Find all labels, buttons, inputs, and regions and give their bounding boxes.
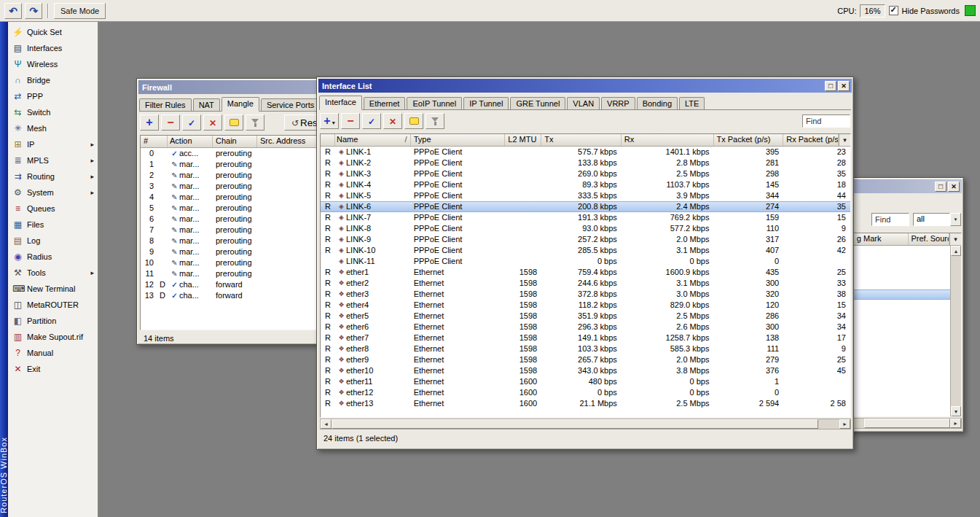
interface-row[interactable]: R LINK-3 PPPoE Client 269.0 kbps 2.5 Mbp… (321, 168, 850, 179)
sidebar-item[interactable]: ? Manual (8, 345, 98, 361)
col-l2mtu[interactable]: L2 MTU (505, 134, 541, 146)
sidebar-item[interactable]: ▦ Files (8, 217, 98, 233)
col-chain[interactable]: Chain (213, 136, 257, 147)
interface-row[interactable]: R ether7 Ethernet 1598 149.1 kbps 1258.7… (321, 333, 850, 343)
sidebar-item[interactable]: ≡ Queues (8, 201, 98, 217)
route-find-input[interactable] (871, 213, 909, 226)
scroll-thumb[interactable] (332, 419, 818, 429)
interface-row[interactable]: R LINK-5 PPPoE Client 333.5 kbps 3.9 Mbp… (321, 190, 850, 201)
sidebar-item[interactable]: ≣ MPLS (8, 152, 98, 168)
tab[interactable]: Mangle (222, 97, 259, 112)
interface-row[interactable]: R ether8 Ethernet 1598 103.3 kbps 585.3 … (321, 343, 850, 354)
interface-row[interactable]: R LINK-7 PPPoE Client 191.3 kbps 769.2 k… (321, 212, 850, 223)
interface-row[interactable]: R ether1 Ethernet 1598 759.4 kbps 1600.9… (321, 267, 850, 278)
col-rx[interactable]: Rx (622, 134, 714, 146)
interface-row[interactable]: R ether13 Ethernet 1600 21.1 Mbps 2.5 Mb… (321, 398, 850, 409)
sidebar-item[interactable]: ⇆ Switch (8, 104, 98, 120)
sidebar-item[interactable]: ⚙ System (8, 184, 98, 201)
interface-row[interactable]: R ether9 Ethernet 1598 265.7 kbps 2.0 Mb… (321, 354, 850, 365)
sidebar-item[interactable]: ⌨ New Terminal (8, 281, 98, 297)
tab[interactable]: Ethernet (364, 97, 406, 109)
safe-mode-button[interactable]: Safe Mode (54, 3, 106, 19)
sidebar-item[interactable]: ▤ Log (8, 233, 98, 249)
comment-button[interactable] (224, 114, 243, 131)
col-flags[interactable] (321, 134, 335, 146)
tab[interactable]: VRRP (601, 97, 635, 109)
interface-row[interactable]: R ether2 Ethernet 1598 244.6 kbps 3.1 Mb… (321, 278, 850, 289)
comment-button[interactable] (404, 113, 423, 129)
interface-row[interactable]: R LINK-8 PPPoE Client 93.0 kbps 577.2 kb… (321, 223, 850, 234)
hide-passwords-checkbox[interactable] (889, 6, 898, 15)
interface-row[interactable]: R ether5 Ethernet 1598 351.9 kbps 2.5 Mb… (321, 311, 850, 322)
disable-rule-button[interactable] (203, 114, 222, 131)
interface-row[interactable]: R ether11 Ethernet 1600 480 bps 0 bps 1 (321, 376, 850, 387)
connection-status-indicator[interactable] (965, 5, 976, 16)
route-filter-dropdown-button[interactable] (950, 213, 961, 226)
sidebar-item[interactable]: ▥ Make Supout.rif (8, 329, 98, 345)
filter-button[interactable] (246, 114, 264, 131)
remove-rule-button[interactable] (161, 114, 180, 131)
tab[interactable]: Filter Rules (139, 98, 192, 111)
col-pref-source[interactable]: Pref. Source (909, 233, 949, 245)
interface-row[interactable]: R ether3 Ethernet 1598 372.8 kbps 3.0 Mb… (321, 289, 850, 300)
sidebar-item[interactable]: ✕ Exit (8, 361, 98, 377)
column-menu-button[interactable] (839, 134, 850, 146)
tab[interactable]: Interface (319, 96, 362, 110)
sidebar-item[interactable]: ∩ Bridge (8, 72, 98, 88)
column-menu-button[interactable] (949, 233, 961, 245)
tab[interactable]: NAT (193, 98, 220, 111)
sidebar-item[interactable]: Ψ Wireless (8, 56, 98, 72)
sidebar-item[interactable]: ⚡ Quick Set (8, 24, 98, 40)
interface-row[interactable]: R ether6 Ethernet 1598 296.3 kbps 2.6 Mb… (321, 322, 850, 333)
col-tx[interactable]: Tx (541, 134, 622, 146)
scroll-left-button[interactable] (321, 419, 332, 429)
horizontal-scrollbar[interactable] (320, 419, 851, 429)
find-input[interactable] (802, 114, 850, 128)
sidebar-item[interactable]: ⊞ IP (8, 136, 98, 152)
remove-interface-button[interactable] (341, 113, 360, 129)
tab[interactable]: GRE Tunnel (510, 97, 565, 109)
scroll-down-button[interactable] (951, 406, 961, 416)
add-interface-button[interactable] (320, 113, 339, 129)
col-type[interactable]: Type (411, 134, 506, 146)
close-button[interactable] (838, 81, 850, 91)
close-button[interactable] (948, 182, 960, 192)
col-name[interactable]: Name (335, 134, 411, 146)
enable-rule-button[interactable] (182, 114, 201, 131)
interface-row[interactable]: R ether12 Ethernet 1600 0 bps 0 bps 0 (321, 387, 850, 398)
add-rule-button[interactable] (140, 114, 159, 131)
sidebar-item[interactable]: ✳ Mesh (8, 120, 98, 136)
sidebar-item[interactable]: ▤ Interfaces (8, 40, 98, 56)
interface-row[interactable]: R ether10 Ethernet 1598 343.0 kbps 3.8 M… (321, 365, 850, 376)
scroll-thumb[interactable] (864, 419, 950, 428)
sidebar-item[interactable]: ◧ Partition (8, 313, 98, 329)
sidebar-item[interactable]: ⚒ Tools (8, 265, 98, 281)
interface-row[interactable]: R ether4 Ethernet 1598 118.2 kbps 829.0 … (321, 300, 850, 311)
sidebar-item[interactable]: ◫ MetaROUTER (8, 297, 98, 313)
interface-row[interactable]: R LINK-10 PPPoE Client 285.5 kbps 3.1 Mb… (321, 245, 850, 256)
scroll-right-button[interactable] (950, 419, 961, 428)
interface-row[interactable]: LINK-11 PPPoE Client 0 bps 0 bps 0 (321, 256, 850, 267)
col-rx-packet[interactable]: Rx Packet (p/s) (783, 134, 839, 146)
redo-button[interactable] (25, 3, 42, 19)
col-tx-packet[interactable]: Tx Packet (p/s) (714, 134, 784, 146)
interface-row[interactable]: R LINK-6 PPPoE Client 200.8 kbps 2.4 Mbp… (321, 201, 850, 212)
sidebar-item[interactable]: ◉ Radius (8, 249, 98, 265)
disable-interface-button[interactable] (383, 113, 402, 129)
tab[interactable]: IP Tunnel (463, 97, 509, 109)
filter-button[interactable] (426, 113, 444, 129)
sidebar-item[interactable]: ⇉ Routing (8, 168, 98, 184)
tab[interactable]: EoIP Tunnel (407, 97, 462, 109)
interface-row[interactable]: R LINK-4 PPPoE Client 89.3 kbps 1103.7 k… (321, 179, 850, 190)
col-src-address[interactable]: Src. Address (257, 136, 324, 147)
tab[interactable]: Bonding (637, 97, 678, 109)
restore-button[interactable] (935, 182, 946, 192)
tab[interactable]: Service Ports (261, 98, 320, 111)
tab[interactable]: VLAN (567, 97, 600, 109)
col-action[interactable]: Action (168, 136, 213, 147)
sidebar-item[interactable]: ⇄ PPP (8, 88, 98, 104)
interface-row[interactable]: R LINK-1 PPPoE Client 575.7 kbps 1401.1 … (321, 147, 850, 158)
tab[interactable]: LTE (679, 97, 705, 109)
scroll-right-button[interactable] (839, 419, 850, 429)
vertical-scrollbar[interactable] (950, 246, 961, 416)
